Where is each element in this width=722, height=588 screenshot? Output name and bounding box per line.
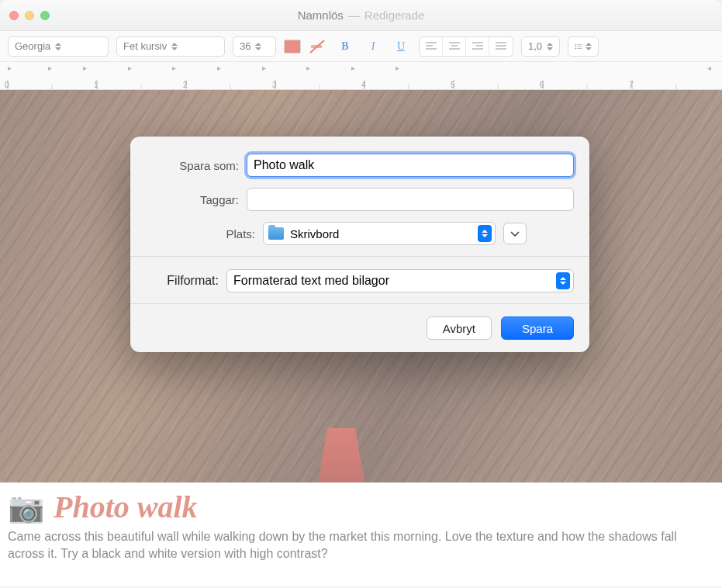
align-left-button[interactable] bbox=[420, 37, 443, 56]
expand-dialog-button[interactable] bbox=[503, 223, 527, 244]
select-stepper-icon bbox=[478, 225, 492, 242]
save-as-input[interactable] bbox=[247, 154, 574, 177]
location-value: Skrivbord bbox=[290, 227, 339, 240]
formatting-toolbar: Georgia Fet kursiv 36 B I U 1,0 bbox=[0, 31, 722, 62]
title-status: Redigerade bbox=[364, 9, 425, 22]
line-spacing-value: 1,0 bbox=[528, 40, 542, 52]
no-color-icon[interactable] bbox=[309, 39, 327, 54]
svg-text:4: 4 bbox=[361, 81, 366, 89]
alignment-group bbox=[419, 36, 513, 57]
file-format-select[interactable]: Formaterad text med bilagor bbox=[226, 269, 574, 292]
font-style-value: Fet kursiv bbox=[123, 40, 167, 52]
close-window-button[interactable] bbox=[9, 11, 19, 20]
italic-button[interactable]: I bbox=[363, 37, 383, 56]
app-window: Namnlös — Redigerade Georgia Fet kursiv … bbox=[0, 0, 722, 588]
align-justify-button[interactable] bbox=[489, 37, 513, 56]
svg-text:1: 1 bbox=[94, 81, 98, 89]
file-format-value: Formaterad text med bilagor bbox=[233, 274, 389, 288]
titlebar: Namnlös — Redigerade bbox=[0, 0, 722, 31]
location-select[interactable]: Skrivbord bbox=[263, 222, 496, 245]
save-dialog: Spara som: Taggar: Plats: Skrivbord Filf… bbox=[130, 137, 589, 352]
document-heading: Photo walk bbox=[54, 489, 198, 525]
svg-text:7: 7 bbox=[629, 81, 634, 89]
font-family-select[interactable]: Georgia bbox=[8, 36, 109, 57]
window-title: Namnlös — Redigerade bbox=[298, 9, 425, 22]
cancel-button[interactable]: Avbryt bbox=[427, 316, 492, 340]
zoom-window-button[interactable] bbox=[40, 11, 50, 20]
font-size-select[interactable]: 36 bbox=[233, 36, 276, 57]
align-right-button[interactable] bbox=[466, 37, 489, 56]
svg-text:3: 3 bbox=[272, 81, 277, 89]
document-body-text: Came across this beautiful wall while wa… bbox=[0, 528, 722, 562]
svg-point-18 bbox=[575, 47, 576, 49]
tags-label: Taggar: bbox=[146, 193, 247, 206]
font-style-select[interactable]: Fet kursiv bbox=[116, 36, 225, 57]
select-stepper-icon bbox=[556, 272, 570, 289]
ruler-marks: 0 1 2 3 4 5 6 7 bbox=[0, 74, 722, 89]
align-center-button[interactable] bbox=[443, 37, 466, 56]
minimize-window-button[interactable] bbox=[25, 11, 34, 20]
bold-button[interactable]: B bbox=[335, 37, 355, 56]
folder-icon bbox=[268, 227, 284, 240]
underline-button[interactable]: U bbox=[391, 37, 411, 56]
svg-text:5: 5 bbox=[451, 81, 455, 89]
ruler[interactable]: ▸ ▸ ▸ ▸ ▸ ▸ ▸ ▸ ▸ ▸ ◂ 0 1 2 3 4 5 6 7 bbox=[0, 62, 722, 90]
svg-text:6: 6 bbox=[540, 81, 544, 89]
svg-point-16 bbox=[575, 46, 576, 47]
file-format-label: Filformat: bbox=[146, 274, 226, 288]
location-label: Plats: bbox=[193, 227, 263, 240]
traffic-lights bbox=[9, 11, 50, 20]
title-main: Namnlös bbox=[298, 9, 344, 22]
text-color-swatch[interactable] bbox=[284, 40, 301, 54]
line-spacing-select[interactable]: 1,0 bbox=[521, 36, 560, 57]
svg-text:0: 0 bbox=[5, 81, 9, 89]
save-button[interactable]: Spara bbox=[501, 316, 574, 340]
font-size-value: 36 bbox=[240, 40, 250, 52]
tags-input[interactable] bbox=[247, 188, 574, 211]
svg-point-14 bbox=[575, 43, 576, 45]
svg-text:2: 2 bbox=[183, 81, 188, 89]
camera-icon: 📷 bbox=[8, 490, 44, 524]
list-style-select[interactable] bbox=[568, 36, 599, 57]
save-as-label: Spara som: bbox=[146, 159, 247, 172]
font-family-value: Georgia bbox=[15, 40, 50, 52]
